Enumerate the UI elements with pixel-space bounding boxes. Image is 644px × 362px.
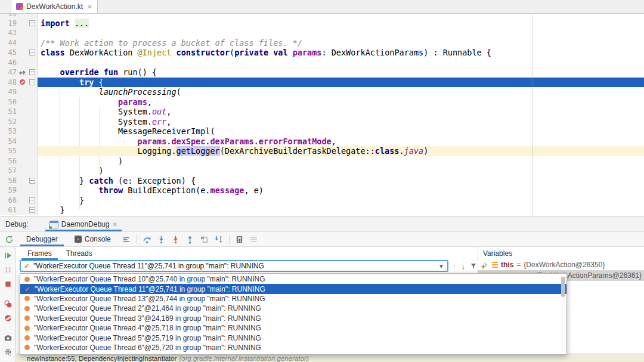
code-token [41,185,99,195]
editor-gutter[interactable]: 52 [0,117,38,127]
thread-dropdown-item[interactable]: "WorkerExecutor Queue Thread 4"@25,718 i… [20,323,566,333]
thread-dropdown-item[interactable]: "WorkerExecutor Queue Thread 13"@25,744 … [20,294,566,304]
thread-dropdown-item[interactable]: ✓"WorkerExecutor Queue Thread 11"@25,741… [20,284,566,293]
line-number[interactable]: 53 [0,126,17,137]
fold-marker-icon[interactable] [29,178,35,184]
close-session-icon[interactable]: ✕ [112,221,117,228]
thread-dropdown-item[interactable]: "WorkerExecutor Queue Thread 2"@21,464 i… [20,304,566,313]
view-breakpoints-button[interactable] [4,299,13,308]
frame-down-button[interactable]: ↓ [461,262,466,271]
editor-gutter[interactable]: 43 [0,28,38,38]
editor-gutter[interactable]: 57 [0,166,38,176]
editor-gutter[interactable]: 59 [0,185,38,196]
editor-gutter[interactable]: 46 [0,58,38,68]
editor-gutter[interactable]: 58 [0,176,38,186]
editor-gutter[interactable]: 53 [0,126,38,137]
pause-button[interactable] [4,265,13,274]
line-number[interactable]: 49 [0,87,17,97]
variable-row[interactable]: this = {DexWorkAction@26350} [478,259,644,270]
line-number[interactable]: 47 [0,67,17,78]
tab-frames[interactable]: Frames [20,247,59,260]
line-number[interactable]: 57 [0,166,17,176]
line-number[interactable]: 60 [0,196,17,206]
tab-debugger[interactable]: Debugger [18,232,66,246]
editor-gutter[interactable]: 55 [0,146,38,156]
fold-marker-icon[interactable] [29,20,35,26]
thread-dropdown-item[interactable]: "WorkerExecutor Queue Thread 5"@25,719 i… [20,333,566,342]
fold-marker-icon[interactable] [29,207,35,213]
line-number[interactable]: 59 [0,185,17,196]
run-to-cursor-button[interactable] [212,232,226,246]
editor-gutter[interactable]: 44 [0,38,38,48]
line-number[interactable]: 58 [0,176,17,186]
line-number[interactable]: 48 [0,78,17,88]
editor-gutter[interactable]: 61 [0,205,38,215]
fold-marker-icon[interactable] [29,79,35,85]
add-watch-button[interactable]: + [481,262,485,271]
editor-gutter[interactable]: 47 [0,67,38,78]
force-step-into-button[interactable] [169,232,183,246]
thread-dropdown-item[interactable]: "WorkerExecutor Queue Thread 3"@24,169 i… [20,314,566,323]
line-number[interactable]: 18 [0,14,17,18]
editor-gutter[interactable]: 56 [0,156,38,166]
line-number[interactable]: 51 [0,107,17,117]
line-number[interactable]: 54 [0,137,17,147]
drop-frame-button[interactable] [197,232,212,246]
line-number[interactable]: 61 [0,205,17,215]
code-token: params.dexSpec.dexParams.errorFormatMode [138,137,332,146]
editor-gutter[interactable]: 45 [0,48,38,58]
editor-gutter[interactable]: 54 [0,137,38,147]
breakpoint-icon[interactable] [18,78,26,86]
editor-gutter[interactable]: 60 [0,196,38,206]
editor-tab[interactable]: DexWorkAction.kt ✕ [11,0,98,13]
chevron-down-icon[interactable]: ▼ [438,263,444,270]
settings-button[interactable] [4,348,13,357]
editor-gutter[interactable]: 49 [0,87,38,97]
code-editor[interactable]: 1819import ...4344/** Work action to pro… [0,14,644,216]
filter-frames-button[interactable] [469,262,478,270]
thread-dump-button[interactable] [4,333,13,342]
step-out-button[interactable] [183,232,197,246]
line-number[interactable]: 46 [0,58,17,68]
thread-dropdown-item[interactable]: "WorkerExecutor Queue Thread 10"@25,740 … [20,274,566,284]
line-number[interactable]: 52 [0,117,17,127]
layout-options-button[interactable] [119,232,134,246]
fold-marker-icon[interactable] [29,197,35,203]
rerun-button[interactable] [0,232,18,246]
fold-marker-icon[interactable] [29,69,35,75]
editor-gutter[interactable]: 50 [0,97,38,107]
step-over-button[interactable] [140,232,154,246]
mute-breakpoints-button[interactable] [4,314,13,323]
tab-console[interactable]: › Console [66,232,119,246]
resume-button[interactable] [4,251,13,260]
line-number[interactable]: 55 [0,146,17,156]
step-into-button[interactable] [154,232,169,246]
thread-selector-row: ✓ "WorkerExecutor Queue Thread 11"@25,74… [16,260,478,272]
code-token: , [166,117,171,126]
editor-gutter[interactable]: 51 [0,107,38,117]
dropdown-scrollbar[interactable] [561,276,565,352]
line-number[interactable]: 43 [0,28,17,38]
thread-dropdown-item[interactable]: "WorkerExecutor Queue Thread 6"@25,720 i… [20,343,566,352]
gutter-icon-slot [17,48,28,57]
override-icon[interactable] [18,69,26,76]
close-tab-icon[interactable]: ✕ [87,4,92,10]
debug-session-tab[interactable]: DaemonDebug ✕ [45,217,122,231]
frame-up-button[interactable]: ↑ [452,262,457,271]
fold-marker-icon[interactable] [29,49,35,55]
stop-button[interactable] [4,280,13,289]
editor-gutter[interactable]: 48 [0,78,38,88]
editor-gutter[interactable]: 18 [0,14,38,18]
code-token: out [152,107,166,116]
line-number[interactable]: 44 [0,38,17,48]
line-number[interactable]: 45 [0,48,17,58]
line-number[interactable]: 50 [0,97,17,107]
thread-combobox[interactable]: ✓ "WorkerExecutor Queue Thread 11"@25,74… [20,260,448,272]
line-number[interactable]: 56 [0,156,17,166]
editor-gutter[interactable]: 19 [0,18,38,29]
evaluate-button[interactable] [233,232,247,246]
tab-threads[interactable]: Threads [59,247,100,260]
filter-icon [469,262,478,270]
layout-button[interactable] [247,232,261,246]
line-number[interactable]: 19 [0,18,17,29]
